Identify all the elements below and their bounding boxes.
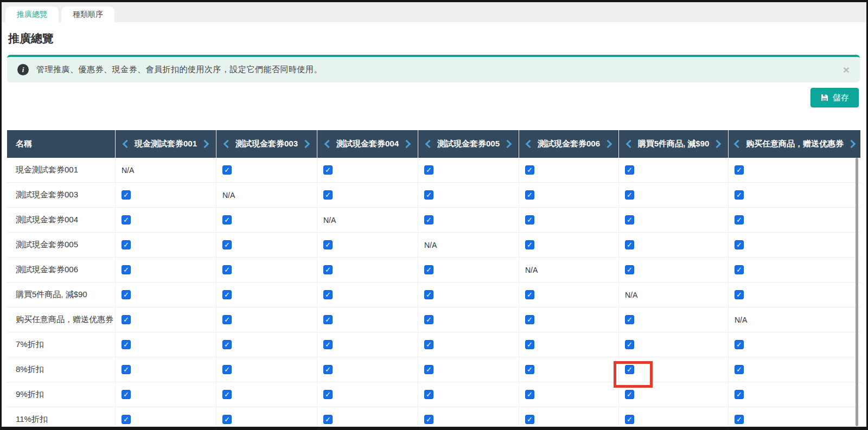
checkbox-r1-c2[interactable]: ✓	[222, 165, 232, 175]
checkbox-r2-c1[interactable]: ✓	[122, 190, 131, 200]
checkbox-r3-c4[interactable]: ✓	[424, 215, 433, 224]
checkbox-r11-c3[interactable]: ✓	[323, 415, 333, 424]
checkbox-r10-c2[interactable]: ✓	[222, 390, 232, 399]
checkbox-r10-c7[interactable]: ✓	[735, 390, 744, 399]
checkbox-r8-c4[interactable]: ✓	[424, 340, 433, 349]
close-icon[interactable]: ×	[843, 64, 850, 75]
column-header-4[interactable]: 測試現金套券005	[418, 130, 519, 158]
checkbox-r8-c7[interactable]: ✓	[735, 340, 744, 349]
checkbox-r2-c3[interactable]: ✓	[323, 190, 333, 200]
checkbox-r6-c4[interactable]: ✓	[424, 290, 433, 299]
checkbox-r8-c3[interactable]: ✓	[323, 340, 333, 349]
cell-r2-c3: ✓	[317, 183, 418, 207]
checkbox-r8-c1[interactable]: ✓	[122, 340, 131, 349]
checkbox-r9-c4[interactable]: ✓	[424, 365, 433, 374]
column-header-6[interactable]: 購買5件商品, 減$90	[618, 130, 728, 158]
vertical-scrollbar-thumb[interactable]	[856, 158, 858, 426]
checkbox-r3-c5[interactable]: ✓	[525, 215, 534, 224]
checkbox-r6-c5[interactable]: ✓	[525, 290, 534, 299]
checkbox-r5-c4[interactable]: ✓	[424, 265, 433, 274]
cell-r4-c5: ✓	[519, 233, 618, 257]
checkbox-r4-c1[interactable]: ✓	[122, 240, 131, 249]
checkbox-r7-c3[interactable]: ✓	[323, 315, 333, 324]
tab-1[interactable]: 推廣總覽	[5, 7, 59, 22]
checkbox-r2-c5[interactable]: ✓	[525, 190, 534, 200]
checkbox-r11-c4[interactable]: ✓	[424, 415, 433, 424]
checkbox-r9-c2[interactable]: ✓	[222, 365, 232, 374]
cell-r9-c4: ✓	[418, 357, 519, 382]
cell-r1-c6: ✓	[618, 158, 728, 182]
checkbox-r11-c5[interactable]: ✓	[525, 415, 534, 424]
checkbox-r7-c1[interactable]: ✓	[122, 315, 131, 324]
checkbox-r1-c3[interactable]: ✓	[323, 165, 333, 175]
checkbox-r6-c1[interactable]: ✓	[122, 290, 131, 299]
checkbox-r3-c7[interactable]: ✓	[735, 215, 744, 224]
checkbox-r7-c4[interactable]: ✓	[424, 315, 433, 324]
checkbox-r9-c7[interactable]: ✓	[735, 365, 744, 374]
checkbox-r4-c7[interactable]: ✓	[735, 240, 744, 249]
checkbox-r1-c6[interactable]: ✓	[625, 165, 634, 175]
checkbox-r9-c3[interactable]: ✓	[323, 365, 333, 374]
chevron-left-icon	[425, 140, 434, 149]
checkbox-r1-c5[interactable]: ✓	[525, 165, 534, 175]
tab-2[interactable]: 種類順序	[61, 7, 114, 22]
save-button[interactable]: 儲存	[810, 88, 859, 107]
checkbox-r11-c7[interactable]: ✓	[735, 415, 744, 424]
chevron-left-icon	[324, 140, 333, 149]
checkbox-r9-c1[interactable]: ✓	[122, 365, 131, 374]
checkbox-r8-c6[interactable]: ✓	[625, 340, 634, 349]
checkbox-r4-c6[interactable]: ✓	[625, 240, 634, 249]
cell-r8-c6: ✓	[618, 332, 728, 357]
checkbox-r8-c2[interactable]: ✓	[222, 340, 232, 349]
column-header-7[interactable]: 购买任意商品，赠送优惠券	[728, 130, 860, 158]
checkbox-r10-c4[interactable]: ✓	[424, 390, 433, 399]
info-icon: i	[17, 64, 29, 75]
column-header-5[interactable]: 測試現金套券006	[519, 130, 618, 158]
cell-r4-c4: N/A	[418, 233, 519, 257]
column-header-3[interactable]: 測試現金套券004	[317, 130, 418, 158]
checkbox-r6-c2[interactable]: ✓	[222, 290, 232, 299]
cell-r1-c2: ✓	[216, 158, 317, 182]
cell-r6-c3: ✓	[317, 283, 418, 307]
checkbox-r9-c5[interactable]: ✓	[525, 365, 534, 374]
checkbox-r2-c4[interactable]: ✓	[424, 190, 433, 200]
checkbox-r4-c5[interactable]: ✓	[525, 240, 534, 249]
cell-r5-c5: N/A	[519, 258, 618, 282]
checkbox-r11-c2[interactable]: ✓	[222, 415, 232, 424]
checkbox-r7-c5[interactable]: ✓	[525, 315, 534, 324]
checkbox-r6-c7[interactable]: ✓	[735, 290, 744, 299]
checkbox-r4-c3[interactable]: ✓	[323, 240, 333, 249]
cell-r8-c7: ✓	[728, 332, 860, 357]
checkbox-r10-c6[interactable]: ✓	[625, 390, 634, 399]
checkbox-r8-c5[interactable]: ✓	[525, 340, 534, 349]
checkbox-r5-c2[interactable]: ✓	[222, 265, 232, 274]
checkbox-r11-c6[interactable]: ✓	[625, 415, 634, 424]
checkbox-r6-c3[interactable]: ✓	[323, 290, 333, 299]
checkbox-r11-c1[interactable]: ✓	[122, 415, 131, 424]
checkbox-r7-c2[interactable]: ✓	[222, 315, 232, 324]
checkbox-r10-c3[interactable]: ✓	[323, 390, 333, 399]
column-header-1[interactable]: 現金測試套券001	[115, 130, 216, 158]
checkbox-r10-c5[interactable]: ✓	[525, 390, 534, 399]
checkbox-r2-c6[interactable]: ✓	[625, 190, 634, 200]
cell-r10-c1: ✓	[115, 382, 216, 407]
checkbox-r10-c1[interactable]: ✓	[122, 390, 131, 399]
chevron-right-icon	[847, 140, 856, 149]
checkbox-r3-c2[interactable]: ✓	[222, 215, 232, 224]
checkbox-r3-c1[interactable]: ✓	[122, 215, 131, 224]
checkbox-r9-c6[interactable]: ✓	[625, 365, 634, 374]
checkbox-r4-c2[interactable]: ✓	[222, 240, 232, 249]
cell-r4-c2: ✓	[216, 233, 317, 257]
checkbox-r5-c1[interactable]: ✓	[122, 265, 131, 274]
checkbox-r2-c7[interactable]: ✓	[735, 190, 744, 200]
column-header-2[interactable]: 測試現金套券003	[216, 130, 317, 158]
checkbox-r7-c6[interactable]: ✓	[625, 315, 634, 324]
na-label: N/A	[424, 241, 437, 249]
checkbox-r5-c3[interactable]: ✓	[323, 265, 333, 274]
checkbox-r1-c4[interactable]: ✓	[424, 165, 433, 175]
checkbox-r5-c7[interactable]: ✓	[735, 265, 744, 274]
checkbox-r1-c7[interactable]: ✓	[735, 165, 744, 175]
checkbox-r5-c6[interactable]: ✓	[625, 265, 634, 274]
cell-r10-c6: ✓	[618, 382, 728, 407]
checkbox-r3-c6[interactable]: ✓	[625, 215, 634, 224]
